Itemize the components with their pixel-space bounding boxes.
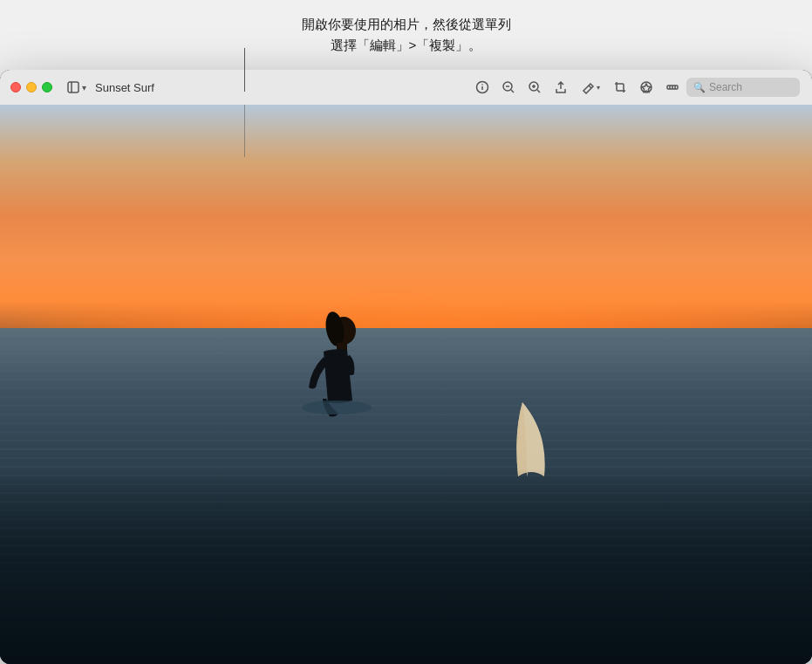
titlebar: ▾ Sunset Surf [0, 70, 812, 105]
tooltip-line1: 開啟你要使用的相片，然後從選單列 [302, 14, 511, 35]
callout-line [244, 48, 245, 92]
close-button[interactable] [10, 82, 21, 92]
svg-line-7 [511, 90, 514, 92]
svg-point-4 [481, 84, 483, 86]
zoom-out-button[interactable] [496, 75, 521, 99]
search-input[interactable] [709, 81, 793, 93]
window-title: Sunset Surf [95, 81, 154, 94]
retouch-button[interactable] [660, 75, 685, 99]
sidebar-toggle-chevron: ▾ [82, 83, 86, 92]
minimize-button[interactable] [26, 82, 37, 92]
search-field[interactable]: 🔍 [686, 78, 800, 97]
foreground-water [0, 469, 812, 664]
traffic-lights [0, 82, 52, 92]
svg-line-11 [537, 90, 540, 92]
info-button[interactable] [470, 75, 495, 99]
svg-rect-0 [68, 82, 78, 92]
tooltip: 開啟你要使用的相片，然後從選單列 選擇「編輯」>「複製」。 [0, 0, 812, 70]
markup-dropdown-arrow: ▾ [597, 84, 600, 92]
share-button[interactable] [549, 75, 573, 99]
search-icon: 🔍 [693, 82, 706, 93]
surfer-silhouette [284, 305, 389, 479]
svg-line-12 [589, 86, 591, 88]
enhance-button[interactable] [634, 75, 658, 99]
toolbar-icons: ▾ [470, 75, 812, 99]
photo-background [0, 105, 812, 664]
tooltip-content: 開啟你要使用的相片，然後從選單列 選擇「編輯」>「複製」。 [302, 14, 511, 56]
tooltip-line2: 選擇「編輯」>「複製」。 [302, 35, 511, 56]
zoom-in-button[interactable] [522, 75, 547, 99]
markup-button[interactable]: ▾ [575, 75, 606, 99]
svg-point-26 [302, 400, 372, 414]
photo-content [0, 105, 812, 664]
sidebar-toggle-button[interactable]: ▾ [61, 78, 92, 97]
svg-rect-13 [617, 84, 624, 91]
preview-window: ▾ Sunset Surf [0, 70, 812, 664]
vertical-divider [244, 105, 245, 157]
crop-button[interactable] [608, 75, 632, 99]
maximize-button[interactable] [42, 82, 52, 92]
